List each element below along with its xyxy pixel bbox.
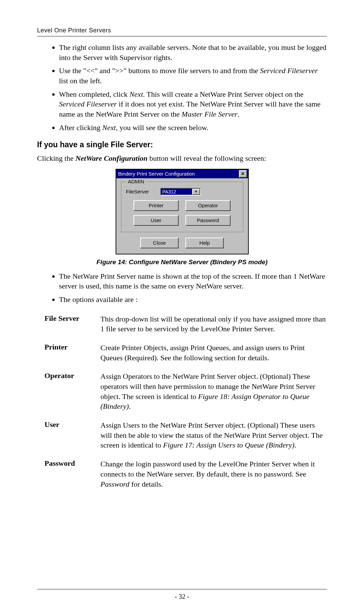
fileserver-dropdown[interactable]: PA312 ▼ (160, 188, 201, 195)
definition-term: Printer (44, 343, 91, 363)
definition-desc: Assign Users to the NetWare Print Server… (100, 420, 327, 450)
dialog-title: Bindery Print Server Configuration (118, 171, 195, 177)
intro-paragraph: Clicking the NetWare Configuration butto… (37, 154, 327, 163)
figure-caption: Figure 14: Configure NetWare Server (Bin… (37, 258, 327, 266)
definition-desc: Assign Operators to the NetWare Print Se… (100, 371, 327, 411)
definition-term: User (44, 420, 91, 450)
dialog-titlebar: Bindery Print Server Configuration ✕ (116, 169, 249, 178)
list-item: When completed, click Next. This will cr… (59, 89, 327, 119)
chevron-down-icon[interactable]: ▼ (192, 189, 200, 195)
definition-row: PasswordChange the login password used b… (44, 459, 327, 489)
button-row-bottom: Close Help (121, 238, 243, 248)
figure-dialog: Bindery Print Server Configuration ✕ ADM… (37, 169, 327, 254)
fieldset-legend: ADMIN (126, 179, 146, 184)
definition-term: Operator (44, 371, 91, 411)
bullet-list-mid: The NetWare Print Server name is shown a… (37, 271, 327, 305)
fileserver-row: FileServer PA312 ▼ (126, 188, 238, 195)
bullet-list-top: The right column lists any available ser… (37, 42, 327, 133)
dialog-body: ADMIN FileServer PA312 ▼ Printer Operato… (116, 178, 249, 254)
page-number: - 32 - (175, 593, 189, 600)
running-header: Level One Printer Servers (37, 27, 327, 34)
dialog-window: Bindery Print Server Configuration ✕ ADM… (116, 169, 249, 254)
section-heading: If you have a single File Server: (37, 140, 327, 149)
close-button[interactable]: Close (140, 238, 179, 248)
user-button[interactable]: User (133, 215, 179, 226)
fileserver-label: FileServer (126, 189, 155, 194)
button-row-1: Printer Operator (126, 200, 238, 211)
definition-table: File ServerThis drop-down list will be o… (44, 314, 327, 489)
definition-desc: This drop-down list will be operational … (100, 314, 327, 334)
definition-desc: Change the login password used by the Le… (100, 459, 327, 489)
definition-term: File Server (44, 314, 91, 334)
list-item: After clicking Next, you will see the sc… (59, 123, 327, 133)
page-footer: - 32 - (37, 583, 327, 601)
definition-desc: Create Printer Objects, assign Print Que… (100, 343, 327, 363)
definition-row: PrinterCreate Printer Objects, assign Pr… (44, 343, 327, 363)
page: Level One Printer Servers The right colu… (0, 0, 364, 614)
fileserver-value: PA312 (161, 189, 192, 195)
operator-button[interactable]: Operator (185, 200, 231, 211)
password-button[interactable]: Password (185, 215, 231, 226)
list-item: The right column lists any available ser… (59, 42, 327, 62)
definition-term: Password (44, 459, 91, 489)
printer-button[interactable]: Printer (133, 200, 179, 211)
definition-row: OperatorAssign Operators to the NetWare … (44, 371, 327, 411)
list-item: Use the "<<" and ">>" buttons to move fi… (59, 66, 327, 86)
header-rule (37, 36, 327, 36)
button-row-2: User Password (126, 215, 238, 226)
list-item: The options available are : (59, 295, 327, 305)
definition-row: File ServerThis drop-down list will be o… (44, 314, 327, 334)
admin-fieldset: ADMIN FileServer PA312 ▼ Printer Operato… (121, 182, 243, 232)
help-button[interactable]: Help (185, 238, 224, 248)
definition-row: UserAssign Users to the NetWare Print Se… (44, 420, 327, 450)
list-item: The NetWare Print Server name is shown a… (59, 271, 327, 291)
close-icon[interactable]: ✕ (239, 170, 247, 178)
footer-rule (37, 589, 327, 589)
